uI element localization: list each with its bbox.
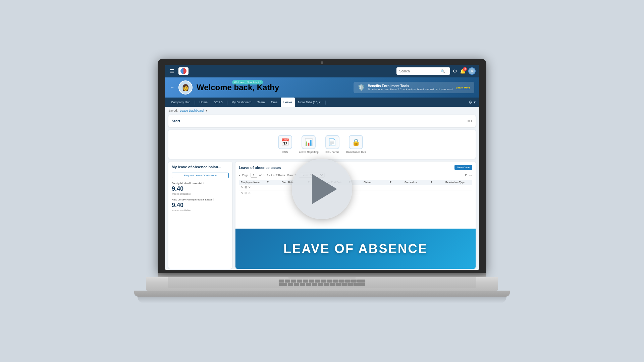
key-row-1	[279, 280, 365, 282]
key	[306, 283, 311, 286]
saved-label: Saved:	[168, 109, 178, 112]
key	[339, 280, 344, 282]
search-input[interactable]	[399, 69, 439, 73]
delete-icon-2[interactable]: ✕	[248, 191, 251, 195]
prev-page-icon[interactable]: ◂	[239, 174, 240, 177]
search-bar[interactable]: 🔍	[396, 67, 450, 75]
compliance-hub-icon: 🔒	[349, 135, 363, 149]
laptop-bottom-edge	[134, 291, 510, 297]
col-t1: T	[267, 181, 280, 184]
njfmla-unit: weeks available	[172, 209, 229, 212]
shortcut-leave-reporting[interactable]: 📊 Leave Reporting	[299, 135, 319, 154]
key	[291, 280, 296, 282]
view-icon[interactable]: ⊞	[245, 186, 247, 189]
edit-icon-2[interactable]: ✎	[241, 191, 244, 195]
user-avatar[interactable]: K	[468, 67, 476, 75]
hamburger-menu[interactable]: ☰	[168, 67, 176, 75]
ess-label: ESS	[282, 150, 288, 154]
learn-more-link[interactable]: Learn More	[456, 86, 470, 89]
nav-item-company-hub[interactable]: Company Hub	[168, 98, 193, 107]
key	[312, 283, 317, 286]
key	[300, 283, 305, 286]
nav-bar: Company Hub | Home DEI&B | My Dashboard …	[165, 98, 479, 107]
settings-chevron: ▾	[474, 100, 476, 105]
leave-reporting-label: Leave Reporting	[299, 150, 319, 154]
key	[279, 280, 284, 282]
loa-text: LEAVE OF ABSENCE	[283, 242, 428, 256]
saved-view-link[interactable]: Leave Dashboard	[180, 109, 204, 112]
new-admin-badge: Welcome, New Admin!	[232, 80, 263, 84]
key	[357, 280, 365, 282]
notifications-icon[interactable]: 🔔 12	[460, 68, 466, 74]
key	[315, 280, 320, 282]
col-t4: T	[390, 181, 403, 184]
search-icon[interactable]: 🔍	[441, 69, 445, 73]
nav-item-home[interactable]: Home	[197, 98, 210, 107]
fmla-weeks: 9.40	[172, 185, 229, 192]
top-bar-icons: ⚙ 🔔 12 K	[453, 67, 476, 75]
column-options-icon[interactable]: •••	[470, 174, 472, 177]
row-action-icons: ✎ ⊞ ✕	[241, 186, 251, 189]
shortcut-dol-forms[interactable]: 📄 DOL Forms	[325, 135, 339, 154]
key	[318, 283, 323, 286]
nav-item-my-dashboard[interactable]: My Dashboard	[229, 98, 254, 107]
table-row: ✎ ⊞ ✕	[239, 185, 472, 190]
play-triangle-icon	[312, 174, 337, 204]
nav-item-leave[interactable]: Leave	[281, 98, 295, 107]
key	[342, 283, 347, 286]
nav-item-more-tabs[interactable]: More Tabs (10) ▾	[296, 98, 324, 107]
nav-settings[interactable]: ⚙ ▾	[469, 100, 476, 105]
col-t5: T	[431, 181, 444, 184]
key	[345, 280, 351, 282]
key	[336, 283, 341, 286]
key	[288, 283, 293, 286]
start-title: Start	[172, 119, 180, 123]
nav-item-dei[interactable]: DEI&B	[211, 98, 225, 107]
key	[351, 280, 357, 282]
left-panel: My leave of absence balan... Request Lea…	[168, 162, 232, 269]
key	[327, 280, 332, 282]
edit-icon[interactable]: ✎	[241, 186, 244, 189]
help-icon[interactable]: ⚙	[453, 68, 457, 74]
key-row-2	[279, 283, 365, 286]
play-button[interactable]	[292, 159, 352, 219]
page-input[interactable]	[251, 173, 257, 178]
leave-reporting-icon: 📊	[302, 135, 316, 149]
of-label: of	[259, 174, 262, 177]
back-button[interactable]: ←	[170, 85, 174, 90]
nav-item-team[interactable]: Team	[255, 98, 267, 107]
key	[309, 280, 314, 282]
saved-dropdown-icon[interactable]: ▾	[206, 109, 207, 112]
right-panel: Leave of absence cases New Case ◂ Page o…	[235, 162, 476, 269]
fmla-label: Family Medical Leave Act ℹ	[172, 182, 229, 185]
shortcut-ess[interactable]: 📅 ESS	[278, 135, 292, 154]
njfmla-weeks: 9.40	[172, 202, 229, 209]
benefits-title: Benefits Enrollment Tools	[368, 84, 453, 88]
right-panel-header: Leave of absence cases New Case	[239, 165, 472, 170]
filter-icon[interactable]: ▼	[464, 173, 468, 177]
view-icon-2[interactable]: ⊞	[245, 191, 247, 195]
key	[354, 283, 365, 286]
logo-icon	[180, 68, 186, 74]
request-leave-button[interactable]: Request Leave Of Absence	[172, 173, 229, 178]
shortcuts-grid: 📅 ESS 📊 Leave Reporting 📄 DOL Forms	[172, 132, 472, 157]
start-more-icon[interactable]: •••	[467, 118, 472, 124]
key	[303, 280, 308, 282]
delete-icon[interactable]: ✕	[248, 186, 251, 189]
key	[330, 283, 335, 286]
col-employee-name: Employee Name	[241, 181, 266, 184]
shortcut-compliance-hub[interactable]: 🔒 Compliance Hub	[346, 135, 366, 154]
fmla-balance: Family Medical Leave Act ℹ 9.40 weeks av…	[172, 182, 229, 195]
nav-item-time[interactable]: Time	[268, 98, 280, 107]
new-case-button[interactable]: New Case	[454, 165, 472, 170]
key	[297, 280, 302, 282]
benefits-description: Time for open enrollment? Check out our …	[368, 88, 453, 91]
benefits-banner: 🛡️ Benefits Enrollment Tools Time for op…	[354, 82, 474, 93]
right-panel-title: Leave of absence cases	[239, 166, 281, 170]
keyboard-area	[168, 277, 476, 288]
table-controls: ◂ Page of 1 1 - 7 of 7 Rows Current: Lea…	[239, 173, 472, 178]
logo	[178, 67, 189, 75]
row-action-icons-2: ✎ ⊞ ✕	[241, 191, 251, 195]
laptop-camera	[321, 61, 323, 64]
benefits-icon: 🛡️	[358, 84, 365, 91]
